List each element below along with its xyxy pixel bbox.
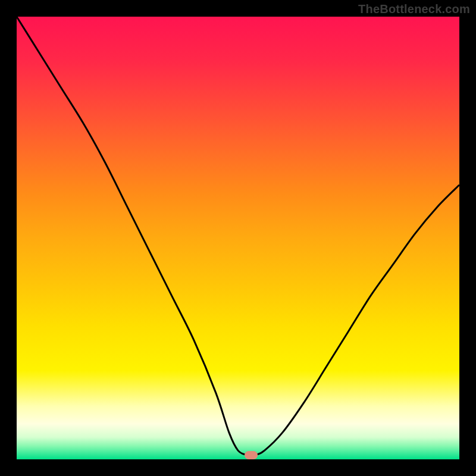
chart-frame: TheBottleneck.com (0, 0, 476, 476)
curve-path (17, 17, 459, 456)
chart-plot-area (17, 17, 459, 459)
optimal-point-marker (245, 451, 258, 459)
bottleneck-curve (17, 17, 459, 459)
watermark-text: TheBottleneck.com (358, 2, 470, 16)
